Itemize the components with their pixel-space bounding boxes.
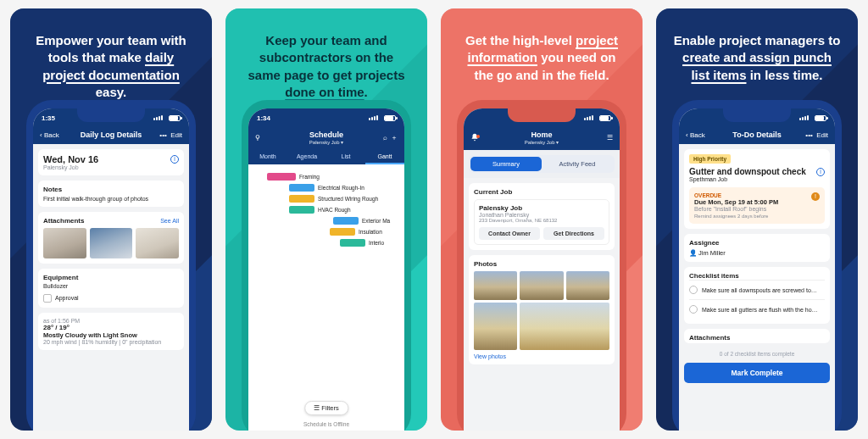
gantt-chart[interactable]: FramingElectrical Rough-InStructured Wir… — [248, 164, 404, 431]
edit-button[interactable]: Edit — [170, 131, 182, 139]
alert-icon: ! — [811, 192, 820, 201]
info-icon[interactable]: i — [170, 155, 179, 164]
checklist-heading: Checklist items — [689, 272, 825, 280]
due-card: ! OVERDUE Due Mon, Sep 19 at 5:00 PM Bef… — [689, 187, 825, 224]
nav-bar: ⚲ SchedulePalensky Job ▾ ⌕ ＋ — [248, 127, 404, 150]
current-job-heading: Current Job — [474, 188, 609, 196]
contact-owner-button[interactable]: Contact Owner — [479, 227, 540, 240]
checklist-item[interactable]: Make sure all downspouts are screwed to… — [689, 280, 825, 299]
nav-bar: ‹ Back Daily Log Details ••• Edit — [33, 127, 189, 144]
checklist-item[interactable]: Make sure all gutters are flush with the… — [689, 299, 825, 319]
status-bar: 1:34 — [248, 108, 404, 127]
attachments-heading: Attachments — [43, 217, 84, 225]
log-date: Wed, Nov 16 — [43, 154, 98, 164]
attachments-heading: Attachments — [689, 334, 825, 342]
marketing-panel-todo: Enable project managers to create and as… — [656, 8, 858, 431]
mark-complete-button[interactable]: Mark Complete — [684, 363, 830, 383]
menu-icon[interactable]: ☰ — [587, 134, 613, 142]
weather-card: as of 1:56 PM 28° / 19° Mostly Cloudy wi… — [38, 313, 184, 350]
screen-title: Daily Log Details — [65, 131, 157, 139]
info-icon[interactable]: i — [816, 168, 825, 176]
segmented-control: Summary Activity Feed — [469, 155, 615, 173]
job-name: Palensky Job — [43, 164, 179, 170]
assignee-heading: Assignee — [689, 239, 825, 247]
tab-gantt[interactable]: Gantt — [365, 150, 404, 164]
attachment-thumbs[interactable] — [43, 228, 179, 258]
job-name: Palensky Job — [479, 204, 604, 212]
marketing-panel-schedule: Keep your team and subcontractors on the… — [225, 8, 427, 431]
marketing-panel-home: Get the high-level project information y… — [441, 8, 643, 431]
add-icon[interactable]: ＋ — [391, 134, 398, 142]
edit-button[interactable]: Edit — [816, 131, 828, 139]
seg-summary[interactable]: Summary — [470, 157, 542, 171]
nav-bar: HomePalensky Job ▾ ☰ — [464, 127, 620, 150]
job-name: Spethman Job — [689, 176, 825, 182]
photos-heading: Photos — [474, 260, 609, 268]
more-button[interactable]: ••• — [159, 131, 166, 139]
tab-agenda[interactable]: Agenda — [287, 150, 326, 164]
notes-text: First initial walk-through group of phot… — [43, 196, 179, 202]
approval-checkbox[interactable] — [43, 294, 52, 303]
phone-mock: 1:34 ⚲ SchedulePalensky Job ▾ ⌕ ＋ Month … — [242, 100, 411, 431]
more-button[interactable]: ••• — [805, 131, 812, 139]
phone-mock: ‹ Back To-Do Details ••• Edit High Prior… — [672, 100, 842, 431]
phone-mock: 1:35 ‹ Back Daily Log Details ••• Edit W… — [26, 100, 196, 431]
back-button[interactable]: ‹ Back — [40, 131, 65, 139]
seg-activity[interactable]: Activity Feed — [542, 157, 613, 171]
priority-badge: High Priority — [689, 154, 731, 164]
phone-mock: HomePalensky Job ▾ ☰ Summary Activity Fe… — [457, 100, 626, 431]
notifications-icon[interactable] — [470, 136, 479, 143]
photo-grid[interactable] — [474, 271, 609, 350]
search-icon[interactable]: ⌕ — [383, 134, 387, 142]
equipment-heading: Equipment — [43, 274, 179, 281]
filters-button[interactable]: ☰ Filters — [304, 401, 348, 415]
back-button[interactable]: ‹ Back — [686, 131, 711, 139]
marketing-panel-daily-logs: Empower your team with tools that make d… — [10, 8, 212, 431]
checklist-progress: 0 of 2 checklist items complete — [679, 348, 835, 359]
notes-heading: Notes — [43, 186, 179, 193]
see-all-link[interactable]: See All — [160, 218, 179, 224]
tab-list[interactable]: List — [326, 150, 365, 164]
nav-bar: ‹ Back To-Do Details ••• Edit — [679, 127, 835, 144]
get-directions-button[interactable]: Get Directions — [543, 227, 604, 240]
search-icon[interactable]: ⚲ — [255, 134, 281, 142]
todo-title: Gutter and downspout check — [689, 167, 806, 176]
view-photos-link[interactable]: View photos — [474, 353, 609, 359]
tab-month[interactable]: Month — [248, 150, 287, 164]
assignee-name: Jim Miller — [698, 249, 726, 257]
offline-indicator: Schedule is Offline — [248, 421, 404, 427]
schedule-tabs: Month Agenda List Gantt — [248, 150, 404, 164]
equipment-value: Bulldozer — [43, 283, 179, 289]
